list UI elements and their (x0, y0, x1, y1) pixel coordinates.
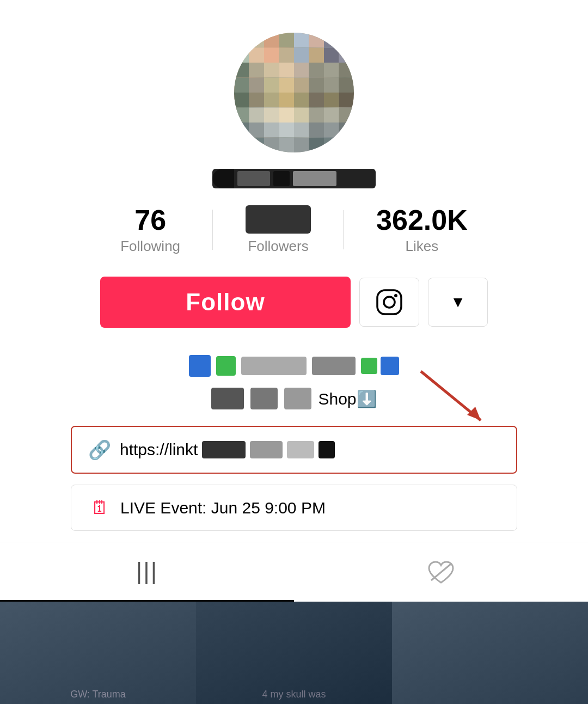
svg-rect-54 (324, 123, 339, 138)
svg-rect-62 (324, 138, 339, 153)
video-thumb-2[interactable]: 4 my skull was Pinned (196, 602, 392, 704)
action-row: Follow ▼ (0, 277, 588, 328)
svg-rect-16 (234, 63, 249, 78)
bio-section: Shop⬇️ 🔗 https://linkt 🗓 LIVE Event: Jun… (71, 355, 517, 531)
svg-rect-36 (294, 93, 309, 108)
svg-rect-41 (249, 108, 265, 123)
annotation-arrow (410, 366, 497, 433)
svg-rect-10 (264, 48, 279, 63)
username-bar (212, 169, 376, 188)
svg-marker-68 (467, 407, 481, 420)
video-thumb-1[interactable]: GW: Trauma Pinned (0, 602, 196, 704)
instagram-icon (375, 288, 403, 316)
svg-rect-39 (339, 93, 354, 108)
svg-rect-13 (309, 48, 324, 63)
svg-point-66 (394, 294, 397, 297)
svg-rect-40 (234, 108, 249, 123)
svg-rect-59 (279, 138, 295, 153)
svg-rect-28 (294, 78, 309, 93)
tab-liked[interactable] (294, 542, 588, 602)
live-event-text: LIVE Event: Jun 25 9:00 PM (120, 499, 326, 517)
svg-rect-5 (309, 33, 324, 48)
svg-rect-45 (309, 108, 324, 123)
svg-rect-27 (279, 78, 295, 93)
svg-rect-23 (339, 63, 354, 78)
link-url-text: https://linkt (120, 440, 198, 459)
svg-rect-49 (249, 123, 265, 138)
svg-rect-31 (339, 78, 354, 93)
likes-label: Likes (406, 238, 439, 255)
bio-text-row (189, 355, 399, 377)
svg-rect-18 (264, 63, 279, 78)
link-box[interactable]: 🔗 https://linkt (71, 426, 517, 474)
live-event-box[interactable]: 🗓 LIVE Event: Jun 25 9:00 PM (71, 485, 517, 531)
svg-rect-17 (249, 63, 265, 78)
following-stat[interactable]: 76 Following (88, 205, 213, 255)
video-thumb-3[interactable]: Pinned 搜狐号@TikClub跨境出海 (392, 602, 588, 704)
svg-rect-44 (294, 108, 309, 123)
svg-rect-14 (324, 48, 339, 63)
heart-with-eye-icon (427, 560, 455, 585)
svg-rect-63 (339, 138, 354, 153)
instagram-button[interactable] (359, 278, 419, 327)
svg-rect-53 (309, 123, 324, 138)
svg-rect-24 (234, 78, 249, 93)
svg-rect-19 (279, 63, 295, 78)
svg-rect-56 (234, 138, 249, 153)
svg-rect-32 (234, 93, 249, 108)
svg-rect-22 (324, 63, 339, 78)
svg-rect-15 (339, 48, 354, 63)
tabs-row: ||| (0, 542, 588, 602)
more-options-button[interactable]: ▼ (428, 278, 488, 327)
svg-rect-2 (264, 33, 279, 48)
following-label: Following (120, 238, 180, 255)
svg-rect-25 (249, 78, 265, 93)
svg-rect-21 (309, 63, 324, 78)
svg-rect-1 (249, 33, 265, 48)
svg-rect-34 (264, 93, 279, 108)
svg-rect-55 (339, 123, 354, 138)
likes-stat: 362.0K Likes (344, 205, 500, 255)
svg-rect-26 (264, 78, 279, 93)
video-grid: GW: Trauma Pinned 4 my skull was Pinned … (0, 602, 588, 704)
svg-rect-52 (294, 123, 309, 138)
link-text: https://linkt (120, 440, 500, 459)
svg-rect-20 (294, 63, 309, 78)
followers-label: Followers (248, 238, 308, 255)
svg-rect-61 (309, 138, 324, 153)
svg-rect-30 (324, 78, 339, 93)
svg-rect-38 (324, 93, 339, 108)
followers-count-blurred (246, 205, 311, 234)
svg-rect-42 (264, 108, 279, 123)
avatar (234, 33, 354, 152)
follow-button[interactable]: Follow (100, 277, 351, 328)
svg-rect-43 (279, 108, 295, 123)
chevron-down-icon: ▼ (450, 293, 465, 311)
svg-rect-9 (249, 48, 265, 63)
shop-label: Shop⬇️ (318, 389, 376, 408)
svg-rect-6 (324, 33, 339, 48)
svg-rect-8 (234, 48, 249, 63)
svg-point-65 (384, 297, 395, 308)
svg-rect-46 (324, 108, 339, 123)
svg-rect-33 (249, 93, 265, 108)
profile-section: 76 Following Followers 362.0K Likes Foll… (0, 0, 588, 704)
svg-rect-12 (294, 48, 309, 63)
followers-stat[interactable]: Followers (213, 205, 344, 255)
likes-count: 362.0K (376, 205, 468, 236)
svg-rect-64 (377, 290, 401, 314)
grid-icon: ||| (136, 558, 158, 585)
stats-row: 76 Following Followers 362.0K Likes (0, 205, 588, 255)
svg-rect-11 (279, 48, 295, 63)
svg-rect-58 (264, 138, 279, 153)
svg-rect-57 (249, 138, 265, 153)
svg-rect-3 (279, 33, 295, 48)
svg-rect-47 (339, 108, 354, 123)
calendar-icon: 🗓 (91, 497, 109, 518)
svg-rect-60 (294, 138, 309, 153)
tab-videos[interactable]: ||| (0, 542, 294, 602)
svg-rect-29 (309, 78, 324, 93)
svg-rect-50 (264, 123, 279, 138)
svg-rect-7 (339, 33, 354, 48)
svg-rect-37 (309, 93, 324, 108)
